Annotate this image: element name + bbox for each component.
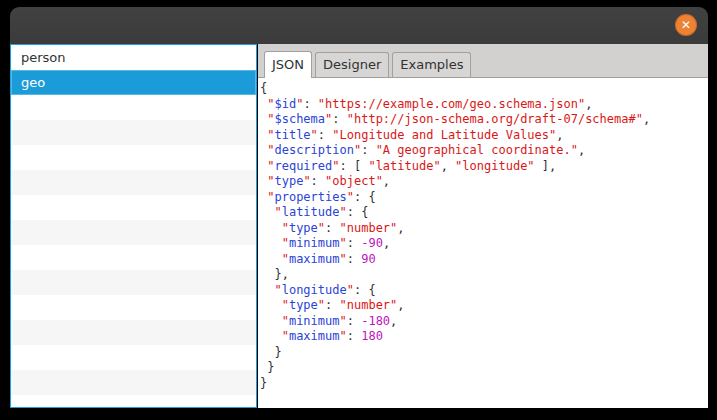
code-line: "type": "number", bbox=[260, 298, 708, 314]
titlebar: ✕ bbox=[10, 7, 708, 44]
code-line: "type": "number", bbox=[260, 221, 708, 237]
code-line: } bbox=[260, 376, 708, 392]
schema-list: persongeo bbox=[11, 45, 256, 408]
notebook: JSONDesignerExamples { "$id": "https://e… bbox=[258, 44, 708, 408]
json-source[interactable]: { "$id": "https://example.com/geo.schema… bbox=[258, 78, 708, 408]
code-line: "$schema": "http://json-schema.org/draft… bbox=[260, 112, 708, 128]
list-item-person[interactable]: person bbox=[11, 45, 256, 70]
empty-row bbox=[11, 95, 256, 120]
code-line: "type": "object", bbox=[260, 174, 708, 190]
empty-row bbox=[11, 270, 256, 295]
code-line: "latitude": { bbox=[260, 205, 708, 221]
empty-row bbox=[11, 395, 256, 408]
code-line: "minimum": -90, bbox=[260, 236, 708, 252]
tab-bar: JSONDesignerExamples bbox=[258, 44, 708, 77]
code-line: "maximum": 180 bbox=[260, 329, 708, 345]
tab-examples[interactable]: Examples bbox=[392, 52, 471, 77]
empty-row bbox=[11, 195, 256, 220]
empty-row bbox=[11, 120, 256, 145]
empty-row bbox=[11, 170, 256, 195]
empty-row bbox=[11, 245, 256, 270]
empty-row bbox=[11, 320, 256, 345]
close-icon: ✕ bbox=[681, 18, 691, 32]
list-item-geo[interactable]: geo bbox=[11, 70, 256, 95]
code-line: "required": [ "latitude", "longitude" ], bbox=[260, 159, 708, 175]
empty-row bbox=[11, 295, 256, 320]
code-line: "longitude": { bbox=[260, 283, 708, 299]
empty-row bbox=[11, 345, 256, 370]
code-line: "$id": "https://example.com/geo.schema.j… bbox=[260, 97, 708, 113]
code-line: }, bbox=[260, 267, 708, 283]
empty-row bbox=[11, 145, 256, 170]
json-tab-page: { "$id": "https://example.com/geo.schema… bbox=[258, 77, 708, 408]
code-line: "description": "A geographical coordinat… bbox=[260, 143, 708, 159]
tab-json[interactable]: JSON bbox=[264, 51, 312, 78]
code-line: } bbox=[260, 345, 708, 361]
code-line: "maximum": 90 bbox=[260, 252, 708, 268]
code-line: } bbox=[260, 360, 708, 376]
close-button[interactable]: ✕ bbox=[675, 14, 697, 36]
code-line: "minimum": -180, bbox=[260, 314, 708, 330]
tab-designer[interactable]: Designer bbox=[315, 52, 389, 77]
code-line: "properties": { bbox=[260, 190, 708, 206]
schema-list-panel: persongeo bbox=[10, 44, 257, 408]
code-line: { bbox=[260, 81, 708, 97]
code-line: "title": "Longitude and Latitude Values"… bbox=[260, 128, 708, 144]
empty-row bbox=[11, 220, 256, 245]
empty-row bbox=[11, 370, 256, 395]
